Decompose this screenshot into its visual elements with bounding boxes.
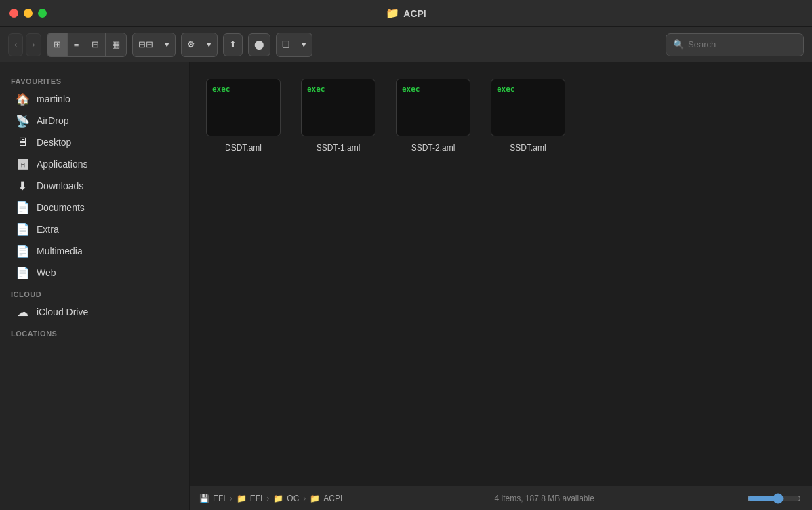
sidebar-item-icloud-drive[interactable]: ☁ iCloud Drive [4,301,185,323]
file-item-ssdt1[interactable]: exec SSDT-1.aml [301,79,375,153]
sidebar-item-extra[interactable]: 📄 Extra [4,218,185,240]
dropbox-chevron-button[interactable]: ▾ [296,33,312,56]
status-info: 4 items, 187.8 MB available [352,494,736,503]
toolbar: ‹ › ⊞ ≡ ⊟ ▦ ⊟⊟ ▾ ⚙ ▾ [0,27,812,62]
breadcrumb-folder-icon-3: 📁 [310,494,320,503]
web-icon: 📄 [15,265,30,280]
view-list-button[interactable]: ≡ [67,33,85,56]
sidebar-label-desktop: Desktop [37,137,71,148]
sidebar-label-airdrop: AirDrop [37,115,68,126]
gear-icon: ⚙ [187,39,195,50]
icloud-icon: ☁ [15,305,30,319]
forward-button[interactable]: › [26,33,41,56]
gear-chevron-button[interactable]: ▾ [201,33,217,56]
search-box[interactable]: 🔍 [666,33,804,56]
file-thumb-ssdt2: exec [396,79,470,136]
sidebar-label-multimedia: Multimedia [37,246,83,256]
breadcrumb-oc[interactable]: 📁 OC [273,494,299,503]
dropbox-icon: ❏ [282,39,290,50]
traffic-lights [9,9,47,18]
exec-label-ssdt1: exec [307,85,325,94]
chevron-down-icon: ▾ [165,39,169,50]
slider-area [736,493,812,504]
dropbox-buttons: ❏ ▾ [276,33,312,57]
view-columns-button[interactable]: ⊟ [85,33,105,56]
sidebar-item-desktop[interactable]: 🖥 Desktop [4,132,185,153]
file-grid: exec DSDT.aml exec SSDT-1.aml exec SSDT-… [190,62,812,486]
view-buttons: ⊞ ≡ ⊟ ▦ [47,33,127,57]
title-folder-icon: 📁 [386,7,399,20]
file-name-ssdt2: SSDT-2.aml [411,143,455,153]
home-icon: 🏠 [15,92,30,106]
dropbox-button[interactable]: ❏ [277,33,296,56]
main-area: Favourites 🏠 martinlo 📡 AirDrop 🖥 Deskto… [0,62,812,510]
sidebar-label-martinlo: martinlo [37,94,70,104]
back-button[interactable]: ‹ [8,33,23,56]
maximize-button[interactable] [38,9,47,18]
sidebar-section-locations: Locations [0,323,189,340]
breadcrumb-folder-icon-2: 📁 [273,494,283,503]
search-icon: 🔍 [673,39,684,50]
exec-label-ssdt: exec [497,85,515,94]
sidebar-item-martinlo[interactable]: 🏠 martinlo [4,88,185,110]
title-bar: 📁 ACPI [0,0,812,27]
sidebar-label-icloud-drive: iCloud Drive [37,307,88,317]
breadcrumb-folder-icon-1: 📁 [237,494,247,503]
search-input[interactable] [688,39,796,50]
downloads-icon: ⬇ [15,178,30,193]
sidebar-label-web: Web [37,267,56,278]
sidebar-item-documents[interactable]: 📄 Documents [4,197,185,218]
exec-label-ssdt2: exec [402,85,420,94]
zoom-slider[interactable] [747,493,801,504]
breadcrumb-acpi-label: ACPI [323,494,342,503]
view-gallery-button[interactable]: ▦ [105,33,126,56]
sidebar-item-airdrop[interactable]: 📡 AirDrop [4,110,185,132]
action-buttons: ⚙ ▾ [181,33,218,57]
sidebar: Favourites 🏠 martinlo 📡 AirDrop 🖥 Deskto… [0,62,190,510]
forward-icon: › [32,39,35,50]
multimedia-icon: 📄 [15,243,30,258]
view-grid-button[interactable]: ⊞ [47,33,67,56]
group-button[interactable]: ⊟⊟ [133,33,159,56]
sidebar-item-applications[interactable]: 🅰 Applications [4,153,185,175]
breadcrumb-oc-label: OC [287,494,299,503]
file-item-ssdt2[interactable]: exec SSDT-2.aml [396,79,470,153]
share-button[interactable]: ⬆ [223,33,243,56]
gallery-icon: ▦ [112,39,120,50]
sidebar-label-extra: Extra [37,224,59,235]
group-view-buttons: ⊟⊟ ▾ [132,33,176,57]
sidebar-item-downloads[interactable]: ⬇ Downloads [4,175,185,197]
sidebar-item-web[interactable]: 📄 Web [4,262,185,283]
exec-label-dsdt: exec [212,85,230,94]
file-name-ssdt1: SSDT-1.aml [317,143,361,153]
group-chevron-button[interactable]: ▾ [159,33,175,56]
file-area: exec DSDT.aml exec SSDT-1.aml exec SSDT-… [190,62,812,510]
file-name-ssdt: SSDT.aml [510,143,546,153]
breadcrumb-acpi[interactable]: 📁 ACPI [310,494,342,503]
gear-button[interactable]: ⚙ [182,33,201,56]
sidebar-section-icloud: iCloud [0,283,189,301]
breadcrumb-efi[interactable]: 📁 EFI [237,494,263,503]
breadcrumb-sep-2: › [266,494,269,503]
close-button[interactable] [9,9,18,18]
group-icon: ⊟⊟ [138,39,153,50]
tag-button[interactable]: ⬤ [248,33,270,56]
nav-buttons: ‹ › [8,33,41,56]
documents-icon: 📄 [15,200,30,215]
breadcrumb-efi-label: EFI [250,494,263,503]
breadcrumb: 💾 EFI › 📁 EFI › 📁 OC › 📁 ACPI [190,486,352,510]
breadcrumb-efi-drive[interactable]: 💾 EFI [199,494,226,503]
file-item-ssdt[interactable]: exec SSDT.aml [491,79,565,153]
minimize-button[interactable] [24,9,33,18]
sidebar-item-multimedia[interactable]: 📄 Multimedia [4,240,185,262]
file-thumb-dsdt: exec [206,79,281,136]
file-name-dsdt: DSDT.aml [225,143,262,153]
list-icon: ≡ [74,39,79,50]
sidebar-label-downloads: Downloads [37,180,83,191]
sidebar-label-applications: Applications [37,159,88,170]
window-title: 📁 ACPI [386,7,426,20]
airdrop-icon: 📡 [15,113,30,128]
tag-icon: ⬤ [254,39,264,50]
grid-icon: ⊞ [54,39,61,50]
file-item-dsdt[interactable]: exec DSDT.aml [206,79,281,153]
